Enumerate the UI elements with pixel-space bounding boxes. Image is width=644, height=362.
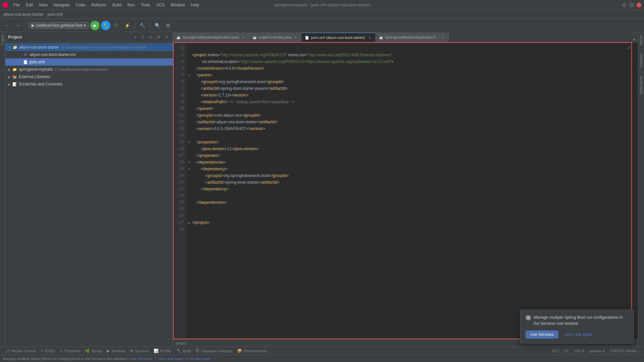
notifications-tab[interactable]: Notifications: [639, 73, 644, 97]
menu-edit[interactable]: Edit: [23, 2, 36, 8]
status-spring-label: Spring: [91, 349, 102, 353]
collapse-all-btn[interactable]: ⟪: [139, 34, 146, 41]
panel-dropdown-arrow[interactable]: ▾: [135, 35, 137, 39]
scratches-icon: 📝: [12, 81, 17, 87]
menu-window[interactable]: Window: [168, 2, 188, 8]
status-encoding[interactable]: UTF-8: [572, 349, 586, 353]
run-with-coverage-btn[interactable]: 🛡: [112, 21, 121, 30]
tab-springboot-test[interactable]: ☕ SpringbootMybatisApplicationT... ✕: [376, 33, 449, 42]
project-sidebar-tab[interactable]: Project: [0, 34, 5, 47]
close-btn[interactable]: [637, 3, 641, 7]
status-services-label: Services: [135, 349, 149, 353]
line-num-8: 8: [173, 92, 186, 99]
code-line-14: [186, 132, 638, 139]
line-num-25: 25: [173, 206, 186, 213]
menu-code[interactable]: Code: [73, 2, 88, 8]
tab-close-1[interactable]: ✕: [293, 35, 298, 40]
menu-run[interactable]: Run: [125, 2, 138, 8]
maximize-btn[interactable]: [629, 3, 634, 7]
tab-icon-2: 📄: [305, 36, 309, 40]
minimize-btn[interactable]: [622, 3, 627, 7]
tree-label-root: aliyun-oss-boot-starter: [19, 45, 59, 50]
debug-button[interactable]: 🐛: [101, 21, 110, 30]
build-btn[interactable]: 🔨: [138, 21, 147, 30]
dont-ask-again-button[interactable]: Don't ask again: [561, 330, 596, 339]
status-spring[interactable]: 🌿 Spring: [83, 347, 104, 355]
tab-close-3[interactable]: ✕: [440, 35, 445, 40]
tree-item-pom[interactable]: 📄 pom.xml: [5, 58, 173, 66]
settings-btn[interactable]: ⚙: [163, 21, 173, 30]
bottom-use-services-link[interactable]: Use Services: [130, 357, 152, 361]
menu-help[interactable]: Help: [188, 2, 202, 8]
line-num-4: 4: [173, 65, 186, 72]
locate-file-btn[interactable]: ◎: [147, 34, 154, 41]
validation-checkmark: ✓: [627, 45, 631, 50]
menu-navigate[interactable]: Navigate: [51, 2, 72, 8]
code-editor[interactable]: ✓ 1 2 3 4 5 6 7 8 9 10 11 12 13 14 15 16…: [173, 42, 638, 339]
tree-item-springboot[interactable]: ▶ 📁 springboot-mybatis D:\JavaBase\sprin…: [5, 66, 173, 73]
xml-file-icon: 📄: [23, 59, 28, 65]
tab-springboot-app[interactable]: ☕ SpringbootMybatisApplication.java ✕: [173, 33, 249, 42]
line-num-15: 15: [173, 139, 186, 145]
main-toolbar: ← → ▶ GetBeanTest.getBeanTest ▾ ▶ 🐛 🛡 ⚡ …: [0, 19, 644, 32]
status-problems[interactable]: ⚠ Problems: [58, 347, 82, 355]
tree-item-scratches[interactable]: ▶ 📝 Scratches and Consoles: [5, 80, 173, 88]
bottom-notif-text: Manage multiple Spring Boot run configur…: [3, 357, 129, 361]
status-line-ending[interactable]: LF: [562, 349, 571, 353]
tab-close-0[interactable]: ✕: [241, 35, 246, 40]
tree-item-iml[interactable]: ⚙ aliyun-oss-boot-starter.iml: [5, 51, 173, 58]
status-profiler[interactable]: 📊 Profiler: [152, 347, 174, 355]
status-db-changes[interactable]: 🗄 Database Changes: [194, 347, 234, 355]
status-vc-label: Version Control: [11, 349, 36, 353]
tabs-more-btn[interactable]: ▾: [631, 37, 638, 42]
bottom-dont-ask-link[interactable]: Don't ask again (2 minutes ago): [158, 357, 210, 361]
menu-file[interactable]: File: [11, 2, 22, 8]
forward-btn[interactable]: →: [13, 21, 23, 30]
search-everywhere-btn[interactable]: 🔍: [153, 21, 162, 30]
tab-close-2[interactable]: ✕: [367, 35, 372, 40]
menu-refactor[interactable]: Refactor: [89, 2, 109, 8]
status-username[interactable]: CSDNⒶ Zainpb...: [608, 348, 641, 353]
status-indent[interactable]: spaces 4: [588, 349, 606, 353]
panel-close-btn[interactable]: ✕: [163, 34, 170, 41]
line-num-5: 5: [173, 72, 186, 78]
tab-login-controller[interactable]: ☕ LoginController.java ✕: [249, 33, 302, 42]
status-problems-label: Problems: [65, 349, 80, 353]
line-num-6: 6: [173, 78, 186, 85]
line-num-19: 19: [173, 166, 186, 172]
line-num-26: 26: [173, 213, 186, 219]
tab-pom-xml[interactable]: 📄 pom.xml (aliyun-oss-boot-starter) ✕: [302, 33, 375, 42]
tabs-bar: ☕ SpringbootMybatisApplication.java ✕ ☕ …: [173, 32, 638, 42]
status-todo[interactable]: ≡ TODO: [39, 347, 57, 355]
encoding: UTF-8: [574, 349, 584, 353]
database-tab[interactable]: Database: [639, 51, 644, 70]
status-position[interactable]: 25:1: [550, 349, 561, 353]
tree-item-external[interactable]: ▶ 📚 External Libraries: [5, 73, 173, 80]
status-services[interactable]: ⚙ Services: [128, 347, 151, 355]
run-button[interactable]: ▶: [90, 21, 100, 30]
indent: spaces 4: [590, 349, 604, 353]
project-panel-header: Project ▾ ⟪ ◎ ⚙ ✕: [5, 32, 173, 42]
status-terminal[interactable]: ▶ Terminal: [105, 347, 127, 355]
status-build-label: Build: [183, 349, 191, 353]
run-config-selector[interactable]: ▶ GetBeanTest.getBeanTest ▾: [29, 22, 89, 29]
code-line-10: </parent>: [186, 105, 638, 112]
status-dependencies[interactable]: 📦 Dependencies: [235, 347, 269, 355]
status-build[interactable]: 🔨 Build: [174, 347, 193, 355]
back-btn[interactable]: ←: [3, 21, 12, 30]
maven-tab[interactable]: Maven: [639, 32, 644, 48]
code-line-19: ▼ <dependency>: [186, 166, 638, 172]
status-bar: ⎇ Version Control ≡ TODO ⚠ Problems 🌿 Sp…: [0, 347, 644, 355]
panel-settings-btn[interactable]: ⚙: [155, 34, 162, 41]
status-version-control[interactable]: ⎇ Version Control: [3, 347, 38, 355]
code-line-21: <artifactId>spring-boot-starter</artifac…: [186, 179, 638, 186]
menu-vcs[interactable]: VCS: [154, 2, 167, 8]
menu-view[interactable]: View: [36, 2, 50, 8]
use-services-button[interactable]: Use Services: [526, 330, 558, 339]
code-line-12: <artifactId>aliyun-oss-boot-starter</art…: [186, 119, 638, 125]
menu-build[interactable]: Build: [110, 2, 124, 8]
profile-btn[interactable]: ⚡: [122, 21, 132, 30]
right-sidebar-sep-1: [639, 49, 644, 49]
tree-item-root[interactable]: ▼ 📁 aliyun-oss-boot-starter D:\JavaBase\…: [5, 44, 173, 51]
menu-tools[interactable]: Tools: [138, 2, 153, 8]
